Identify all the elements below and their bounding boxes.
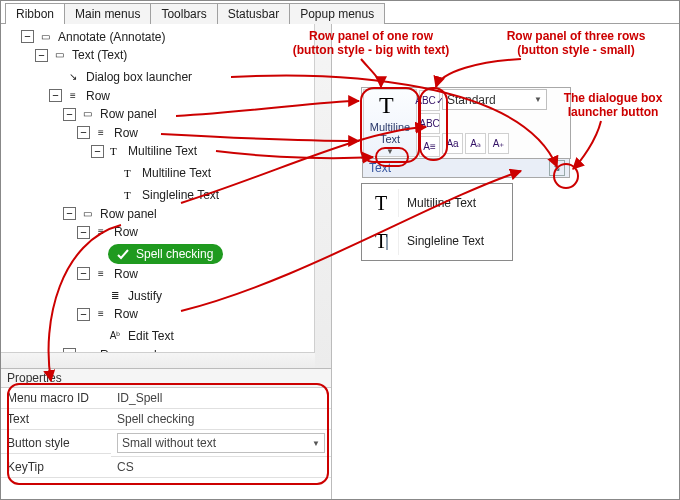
properties-title: Properties bbox=[1, 369, 331, 388]
expander[interactable]: − bbox=[91, 145, 104, 158]
spell-check-button[interactable]: ABC✓ bbox=[419, 90, 440, 111]
prop-val-style-select[interactable]: Small without text▼ bbox=[117, 433, 325, 453]
small-button-2[interactable]: ABC bbox=[419, 113, 440, 134]
tab-popup-menus[interactable]: Popup menus bbox=[289, 3, 385, 24]
multiline-dropdown[interactable]: T Multiline Text T Singleline Text bbox=[361, 183, 513, 261]
expander[interactable]: − bbox=[77, 226, 90, 239]
small-button-4[interactable]: Aa bbox=[442, 133, 463, 154]
tab-bar: Ribbon Main menus Toolbars Statusbar Pop… bbox=[1, 1, 679, 24]
tree-dialog-launcher[interactable]: Dialog box launcher bbox=[84, 68, 194, 86]
tree-singleline[interactable]: Singleline Text bbox=[140, 186, 221, 204]
tree-row[interactable]: Row bbox=[112, 223, 140, 241]
ribbon-preview: T Multiline Text ▼ ABC✓ ABC A≡ Standard▼… bbox=[361, 87, 571, 261]
tree-pane: −▭Annotate (Annotate) −▭Text (Text) ↘Dia… bbox=[1, 24, 332, 370]
prop-val-keytip[interactable]: CS bbox=[111, 457, 331, 478]
launcher-icon: ↘ bbox=[66, 70, 80, 84]
text-icon: T bbox=[122, 188, 136, 202]
small-button-3[interactable]: A≡ bbox=[419, 136, 440, 157]
chevron-down-icon: ▼ bbox=[386, 147, 394, 156]
tree-multiline-child[interactable]: Multiline Text bbox=[140, 164, 213, 182]
tree-row[interactable]: Row bbox=[112, 265, 140, 283]
svg-text:T: T bbox=[375, 230, 387, 252]
tree-row[interactable]: Row bbox=[112, 305, 140, 323]
tree-spell-checking-selected[interactable]: Spell checking bbox=[108, 244, 223, 264]
prop-key-text: Text bbox=[1, 409, 111, 430]
svg-text:T: T bbox=[375, 192, 387, 214]
expander[interactable]: − bbox=[77, 126, 90, 139]
dropdown-item-multiline[interactable]: T Multiline Text bbox=[362, 184, 512, 222]
tree-annotate[interactable]: Annotate (Annotate) bbox=[56, 28, 167, 46]
row-panel-icon: ▭ bbox=[80, 207, 94, 221]
annotation-dialog-launcher: The dialogue boxlauncher button bbox=[553, 91, 673, 119]
svg-text:T: T bbox=[124, 189, 131, 201]
svg-text:T: T bbox=[124, 167, 131, 179]
panel-icon: ▭ bbox=[52, 48, 66, 62]
window-frame: { "tabs": ["Ribbon", "Main menus", "Tool… bbox=[0, 0, 680, 500]
tab-main-menus[interactable]: Main menus bbox=[64, 3, 151, 24]
edit-icon: Aᵇ bbox=[108, 329, 122, 343]
tree-text[interactable]: Text (Text) bbox=[70, 46, 129, 64]
row-icon: ≡ bbox=[66, 89, 80, 103]
svg-text:T: T bbox=[379, 92, 394, 118]
row-icon: ≡ bbox=[94, 267, 108, 281]
prop-val-text[interactable]: Spell checking bbox=[111, 409, 331, 430]
expander[interactable]: − bbox=[21, 30, 34, 43]
prop-key-keytip: KeyTip bbox=[1, 457, 111, 478]
annotation-row-panel-three: Row panel of three rows(button style - s… bbox=[481, 29, 671, 57]
text-icon: T bbox=[370, 227, 399, 255]
row-icon: ≡ bbox=[94, 126, 108, 140]
tree-edit-text[interactable]: Edit Text bbox=[126, 327, 176, 345]
tree-justify[interactable]: Justify bbox=[126, 287, 164, 305]
expander[interactable]: − bbox=[63, 207, 76, 220]
chevron-down-icon: ▼ bbox=[534, 95, 542, 104]
big-button-multiline[interactable]: T Multiline Text ▼ bbox=[363, 89, 417, 157]
ribbon-tree[interactable]: −▭Annotate (Annotate) −▭Text (Text) ↘Dia… bbox=[1, 24, 331, 370]
tree-row[interactable]: Row bbox=[112, 124, 140, 142]
text-icon: T bbox=[370, 189, 399, 217]
tab-ribbon[interactable]: Ribbon bbox=[5, 3, 65, 24]
prop-key-style: Button style bbox=[1, 433, 111, 454]
expander[interactable]: − bbox=[77, 308, 90, 321]
row-panel-icon: ▭ bbox=[80, 107, 94, 121]
text-icon: T bbox=[122, 166, 136, 180]
small-button-5[interactable]: Aₐ bbox=[465, 133, 486, 154]
expander[interactable]: − bbox=[35, 49, 48, 62]
chevron-down-icon: ▼ bbox=[312, 439, 320, 448]
expander[interactable]: − bbox=[77, 267, 90, 280]
dropdown-item-singleline[interactable]: T Singleline Text bbox=[362, 222, 512, 260]
tree-row[interactable]: Row bbox=[84, 87, 112, 105]
spell-icon bbox=[116, 247, 130, 261]
small-button-6[interactable]: A₊ bbox=[488, 133, 509, 154]
svg-text:T: T bbox=[110, 145, 117, 157]
small-column-1: ABC✓ ABC A≡ bbox=[419, 89, 440, 157]
row-icon: ≡ bbox=[94, 307, 108, 321]
properties-grid: Menu macro ID ID_Spell Text Spell checki… bbox=[1, 388, 331, 478]
prop-key-macro: Menu macro ID bbox=[1, 388, 111, 409]
scrollbar-horizontal[interactable] bbox=[1, 352, 315, 369]
expander[interactable]: − bbox=[49, 89, 62, 102]
justify-icon: ≣ bbox=[108, 289, 122, 303]
style-combo[interactable]: Standard▼ bbox=[442, 89, 547, 110]
prop-val-macro[interactable]: ID_Spell bbox=[111, 388, 331, 409]
tree-row-panel-2[interactable]: Row panel bbox=[98, 205, 159, 223]
ribbon-group: T Multiline Text ▼ ABC✓ ABC A≡ Standard▼… bbox=[361, 87, 571, 159]
scrollbar-vertical[interactable] bbox=[314, 24, 331, 369]
tree-row-panel-1[interactable]: Row panel bbox=[98, 105, 159, 123]
text-icon: T bbox=[108, 144, 122, 158]
tab-toolbars[interactable]: Toolbars bbox=[150, 3, 217, 24]
tab-statusbar[interactable]: Statusbar bbox=[217, 3, 290, 24]
panel-icon: ▭ bbox=[38, 30, 52, 44]
expander[interactable]: − bbox=[63, 108, 76, 121]
dialog-launcher-button[interactable]: ↘ bbox=[549, 160, 565, 176]
ribbon-group-caption: Text ↘ bbox=[362, 159, 570, 178]
row-icon: ≡ bbox=[94, 225, 108, 239]
properties-pane: Properties Menu macro ID ID_Spell Text S… bbox=[1, 368, 332, 499]
tree-multiline[interactable]: Multiline Text bbox=[126, 142, 199, 160]
text-icon: T bbox=[376, 91, 404, 119]
